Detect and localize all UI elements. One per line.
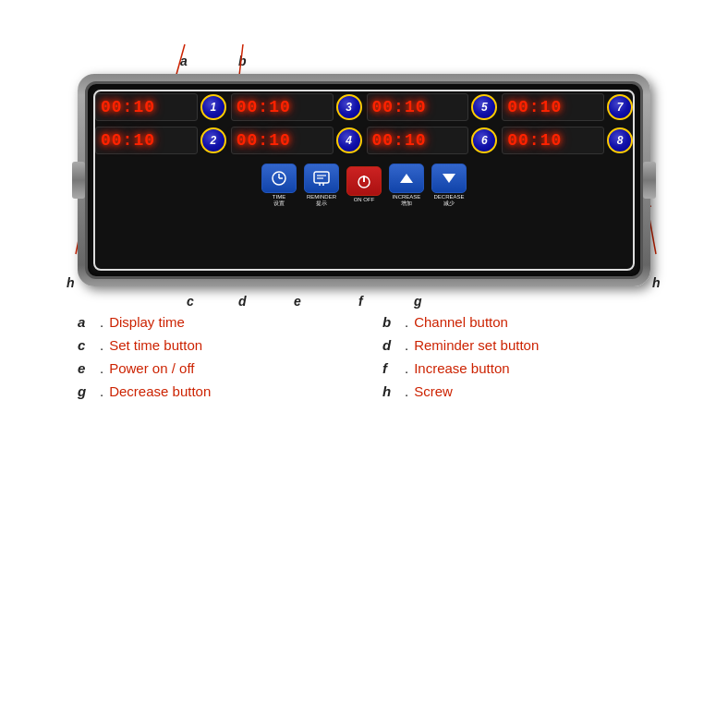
legend-item-c: c . Set time button: [78, 337, 346, 353]
display-8: 00:10: [502, 127, 604, 154]
legend-item-f: f . Increase button: [382, 360, 650, 376]
timer-cell-5: 00:10 5: [367, 93, 498, 121]
display-2: 00:10: [95, 127, 198, 154]
legend-key-a: a: [78, 314, 96, 330]
label-h-left: h: [67, 275, 75, 290]
legend-text-h: Screw: [414, 383, 453, 399]
timer-cell-3: 00:10 3: [231, 93, 362, 121]
channel-btn-8[interactable]: 8: [607, 127, 633, 153]
display-6: 00:10: [367, 127, 469, 154]
label-e: e: [294, 294, 301, 309]
channel-btn-6[interactable]: 6: [471, 127, 497, 153]
legend-key-h: h: [382, 383, 401, 399]
legend-text-e: Power on / off: [109, 360, 194, 376]
legend-text-f: Increase button: [414, 360, 509, 376]
channel-btn-1[interactable]: 1: [200, 94, 226, 120]
legend-item-a: a . Display time: [78, 314, 346, 330]
label-c: c: [187, 294, 194, 309]
legend-key-g: g: [78, 383, 96, 399]
digits-1: 00:10: [101, 98, 155, 116]
increase-button[interactable]: INCREASE增加: [389, 164, 424, 206]
reminder-button-label: REMINDER提示: [307, 194, 336, 206]
timer-row-2: 00:10 2 00:10 4: [95, 127, 633, 154]
svg-rect-13: [314, 172, 329, 183]
onoff-button-label: ON OFF: [354, 197, 375, 203]
legend-key-b: b: [382, 314, 401, 330]
digits-7: 00:10: [507, 98, 562, 116]
display-3: 00:10: [231, 93, 334, 121]
legend-key-f: f: [382, 360, 401, 376]
digits-3: 00:10: [237, 98, 291, 116]
display-4: 00:10: [231, 127, 334, 154]
time-button[interactable]: TIME设置: [261, 164, 297, 206]
time-button-icon: [261, 164, 297, 193]
legend-text-c: Set time button: [109, 337, 202, 353]
decrease-button-label: DECREASE减少: [433, 194, 464, 206]
label-f: f: [358, 294, 363, 309]
timer-row-1: 00:10 1 00:10 3: [95, 93, 633, 121]
label-g: g: [414, 294, 422, 309]
timer-cell-7: 00:10 7: [502, 93, 633, 121]
time-button-label: TIME设置: [273, 194, 285, 206]
onoff-button-icon: [346, 166, 382, 196]
timer-cell-2: 00:10 2: [95, 127, 226, 154]
channel-btn-5[interactable]: 5: [471, 94, 497, 120]
legend-text-g: Decrease button: [109, 383, 211, 399]
legend-key-e: e: [78, 360, 96, 376]
label-b: b: [238, 54, 247, 68]
display-1: 00:10: [95, 93, 198, 121]
reminder-button-icon: [304, 164, 339, 193]
screw-right: [643, 162, 656, 199]
timer-cell-6: 00:10 6: [367, 127, 498, 154]
legend-key-d: d: [382, 337, 401, 353]
reminder-button[interactable]: REMINDER提示: [304, 164, 339, 206]
display-7: 00:10: [502, 93, 604, 121]
digits-6: 00:10: [372, 131, 427, 150]
diagram-wrapper: a b h h c d e f g: [0, 0, 728, 728]
legend-item-e: e . Power on / off: [78, 360, 346, 376]
legend-key-c: c: [78, 337, 96, 353]
legend: a . Display time b . Channel button c . …: [78, 314, 650, 399]
legend-item-h: h . Screw: [382, 383, 650, 399]
controls-row: TIME设置 REMINDER提示: [261, 164, 467, 206]
digits-5: 00:10: [372, 98, 427, 116]
display-5: 00:10: [367, 93, 469, 121]
decrease-button[interactable]: DECREASE减少: [431, 164, 467, 206]
arrow-up-icon: [400, 174, 413, 183]
increase-button-label: INCREASE增加: [393, 194, 421, 206]
arrow-down-icon: [443, 174, 455, 183]
channel-btn-2[interactable]: 2: [200, 127, 226, 153]
digits-8: 00:10: [507, 131, 562, 150]
timer-cell-4: 00:10 4: [231, 127, 362, 154]
device-inner: 00:10 1 00:10 3: [85, 81, 643, 279]
channel-btn-3[interactable]: 3: [336, 94, 362, 120]
channel-btn-7[interactable]: 7: [607, 94, 633, 120]
increase-button-icon: [389, 164, 424, 193]
label-a: a: [180, 54, 188, 68]
channel-btn-4[interactable]: 4: [336, 127, 362, 153]
label-d: d: [238, 294, 247, 309]
label-h-right: h: [652, 275, 661, 290]
timer-cell-1: 00:10 1: [95, 93, 226, 121]
legend-item-g: g . Decrease button: [78, 383, 346, 399]
screw-left: [72, 162, 85, 199]
digits-4: 00:10: [237, 131, 291, 150]
decrease-button-icon: [431, 164, 467, 193]
device: 00:10 1 00:10 3: [78, 74, 650, 286]
legend-text-a: Display time: [109, 314, 185, 330]
onoff-button[interactable]: ON OFF: [346, 166, 382, 203]
legend-text-b: Channel button: [414, 314, 508, 330]
timer-cell-8: 00:10 8: [502, 127, 633, 154]
digits-2: 00:10: [101, 131, 155, 150]
legend-item-b: b . Channel button: [382, 314, 650, 330]
legend-item-d: d . Reminder set button: [382, 337, 650, 353]
legend-text-d: Reminder set button: [414, 337, 539, 353]
